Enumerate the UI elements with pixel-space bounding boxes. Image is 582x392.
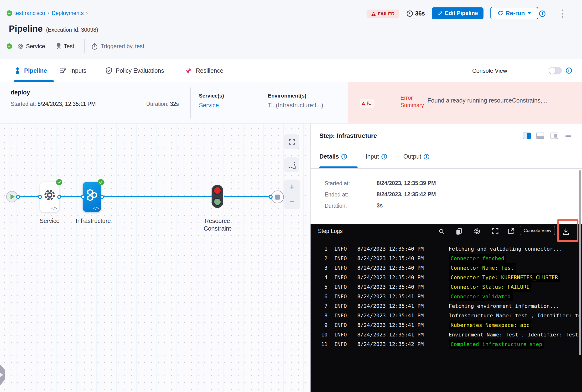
log-message: Fetching and validating connector... [449,244,562,254]
download-logs-icon[interactable] [562,228,569,235]
status-badge: FAILED [367,10,399,18]
log-settings-gear-icon[interactable] [473,228,481,235]
log-timestamp: 8/24/2023 12:35:40 PM [357,263,428,273]
log-row: 8INFO8/24/2023 12:35:41 PMInfrastructure… [311,311,582,320]
tab-inputs[interactable]: Inputs [60,59,86,82]
breadcrumb-deployments-link[interactable]: Deployments [52,10,84,16]
policy-shield-icon [106,67,112,74]
graph-edge [18,196,40,197]
log-timestamp: 8/24/2023 12:35:40 PM [357,254,428,263]
canvas-edge-expand-handle[interactable] [0,365,5,385]
step-details-panel: Step: Infrastructure Details Input Outpu… [310,124,582,392]
layout-bottom-view-button[interactable] [536,132,544,139]
tab-policy-evaluations[interactable]: Policy Evaluations [106,59,164,82]
canvas-select-button[interactable] [284,157,299,172]
environments-header: Environment(s) [268,93,306,99]
layout-floating-view-button[interactable] [550,132,558,139]
panel-tab-input[interactable]: Input [366,153,387,160]
log-timestamp: 8/24/2023 12:35:40 PM [357,282,428,292]
graph-end-node[interactable] [271,190,284,204]
graph-node-resource-constraint[interactable] [212,185,223,208]
rerun-caret-icon [528,12,531,14]
fullscreen-icon [289,138,295,145]
rerun-button[interactable]: Re-run [490,7,538,19]
pipeline-graph-canvas[interactable]: </> </> Service Infrastructure Resource … [0,124,310,392]
panel-scrollbar[interactable] [579,170,581,355]
rerun-info-icon[interactable] [539,10,545,17]
expand-logs-icon[interactable] [492,228,499,235]
node-label-infrastructure: Infrastructure [76,218,111,224]
pipeline-tab-icon [14,67,21,74]
panel-tab-output-label: Output [403,153,421,160]
log-line-number: 6 [311,292,327,302]
service-gear-icon [43,188,57,202]
environment-infra-text: (Infrastructure: [276,102,315,108]
triggered-by-label: Triggered by [101,43,133,50]
console-view-toggle[interactable] [548,67,562,74]
page-header: testfrancisco › Deployments › FAILED 36s… [0,0,582,59]
breadcrumb-project-link[interactable]: testfrancisco [14,10,45,16]
meta-divider [84,39,85,54]
log-message: Connector Type: KUBERNETES_CLUSTER [449,273,560,282]
panel-tab-details-label: Details [319,153,339,160]
graph-node-service[interactable]: </> [40,182,59,212]
breadcrumb-chevron: › [86,10,88,16]
step-logs-console: Step Logs Console View [311,224,582,392]
log-message: Environment Name: Test , Identifier: Tes… [449,330,578,340]
output-info-icon[interactable] [424,154,429,160]
log-message: Connector Status: FAILURE [449,282,531,292]
tab-resilience-label: Resilience [196,67,223,74]
execution-tabbar: Pipeline Inputs Policy Evaluations [0,59,582,82]
tab-resilience[interactable]: Resilience [185,59,223,82]
marquee-select-icon [289,162,295,168]
log-row: 10INFO8/24/2023 12:35:41 PMEnvironment N… [311,330,582,340]
environment-link[interactable]: T... [268,102,276,108]
stage-duration-value: 32s [170,101,179,107]
search-icon[interactable] [439,228,445,235]
log-level: INFO [334,302,349,311]
log-message: Infrastructure Name: test , Identifier: … [449,311,582,320]
graph-edge [59,196,83,197]
log-line-number: 9 [311,320,327,330]
log-line-number: 4 [311,273,327,282]
panel-tab-input-label: Input [366,153,379,160]
warning-icon [371,12,376,16]
panel-tab-details[interactable]: Details [319,153,347,160]
console-view-button[interactable]: Console View [520,226,555,235]
zoom-in-button[interactable]: + [289,182,295,192]
stage-started-at: Started at: 8/24/2023, 12:35:11 PM [11,101,96,107]
layout-right-view-button[interactable] [523,132,531,139]
field-ended-label: Ended at: [325,192,348,198]
console-view-button-label: Console View [523,228,551,233]
more-options-menu[interactable] [560,10,564,18]
console-view-info-icon[interactable] [566,68,572,74]
log-row: 6INFO8/24/2023 12:35:41 PMConnector vali… [311,292,582,302]
log-level: INFO [334,340,349,349]
error-summary-label: Error Summary [400,94,427,109]
open-in-new-icon[interactable] [507,228,514,235]
infrastructure-link[interactable]: t... [315,102,321,108]
error-summary-text: Found already running resourceConstrains… [427,97,549,104]
meta-environment-label: Test [64,43,74,50]
input-info-icon[interactable] [381,154,387,160]
log-line-number: 10 [311,330,327,340]
tab-inputs-label: Inputs [70,67,86,74]
copy-icon[interactable] [455,228,462,235]
minimize-panel-button[interactable] [565,136,571,137]
rerun-label: Re-run [506,10,525,17]
tab-pipeline-label: Pipeline [24,67,47,74]
environment-close-paren: ) [321,102,323,108]
stop-square-icon [275,194,280,200]
details-info-icon[interactable] [341,154,347,160]
canvas-fullscreen-button[interactable] [284,134,299,149]
tab-pipeline[interactable]: Pipeline [14,59,47,82]
panel-tab-output[interactable]: Output [403,153,429,160]
log-line-number: 8 [311,311,327,320]
graph-node-infrastructure[interactable]: </> [83,182,101,212]
zoom-out-button[interactable]: − [289,196,295,207]
log-timestamp: 8/24/2023 12:35:41 PM [357,311,428,320]
edit-pipeline-button[interactable]: Edit Pipeline [432,8,483,19]
triggered-by-user-link[interactable]: test [135,43,144,50]
service-link[interactable]: Service [199,102,219,109]
stage-summary-bar: deploy Started at: 8/24/2023, 12:35:11 P… [0,82,582,124]
